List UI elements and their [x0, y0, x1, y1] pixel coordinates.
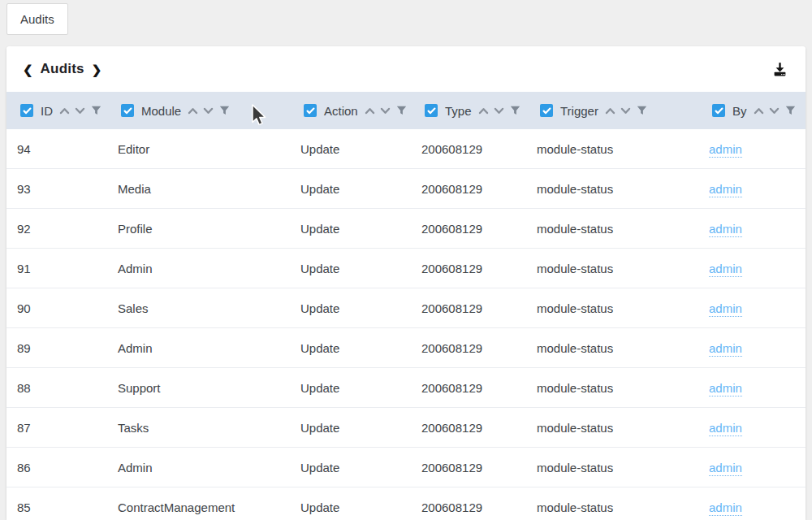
cell-type: 200608129 [411, 328, 526, 368]
sort-desc-icon[interactable] [769, 107, 780, 115]
filter-icon[interactable] [637, 106, 647, 115]
table-row: 87 Tasks Update 200608129 module-status … [6, 408, 806, 448]
cell-module: Media [107, 169, 290, 209]
column-header-id: ID [6, 92, 107, 129]
sort-asc-icon[interactable] [605, 107, 615, 115]
cell-id: 87 [6, 408, 107, 448]
sort-asc-icon[interactable] [754, 107, 764, 115]
cell-id: 91 [6, 249, 107, 288]
table-row: 90 Sales Update 200608129 module-status … [6, 288, 806, 328]
filter-icon[interactable] [396, 106, 407, 115]
column-label: ID [41, 104, 53, 118]
chevron-right-icon[interactable]: ❯ [92, 63, 102, 76]
cell-trigger: module-status [526, 448, 698, 488]
sort-desc-icon[interactable] [203, 107, 214, 115]
table-row: 88 Support Update 200608129 module-statu… [6, 368, 806, 408]
cell-by: admin [698, 288, 806, 328]
sort-asc-icon[interactable] [478, 107, 489, 115]
cell-id: 85 [6, 488, 107, 520]
column-label: Action [324, 104, 358, 118]
sort-asc-icon[interactable] [59, 107, 70, 115]
cell-by: admin [698, 408, 806, 448]
column-checkbox-checked-icon[interactable] [304, 104, 317, 117]
column-header-type: Type [411, 92, 526, 129]
table-row: 89 Admin Update 200608129 module-status … [6, 328, 806, 368]
by-link[interactable]: admin [709, 421, 742, 436]
cell-id: 92 [6, 209, 107, 249]
by-link[interactable]: admin [709, 301, 742, 317]
cell-type: 200608129 [411, 448, 526, 488]
cell-id: 90 [6, 288, 107, 328]
cell-trigger: module-status [526, 328, 698, 368]
cell-by: admin [698, 448, 806, 488]
cell-by: admin [698, 368, 806, 408]
column-checkbox-checked-icon[interactable] [712, 104, 725, 117]
filter-icon[interactable] [785, 106, 796, 115]
cell-by: admin [698, 328, 806, 368]
by-link[interactable]: admin [709, 262, 742, 277]
cell-action: Update [290, 209, 411, 249]
cell-module: Admin [107, 249, 290, 288]
cell-module: ContractManagement [107, 488, 290, 520]
filter-icon[interactable] [510, 106, 520, 115]
cell-trigger: module-status [526, 368, 698, 408]
cell-by: admin [698, 488, 806, 520]
column-label: Trigger [560, 104, 598, 118]
column-checkbox-checked-icon[interactable] [121, 104, 134, 117]
by-link[interactable]: admin [709, 381, 742, 396]
sort-asc-icon[interactable] [188, 107, 198, 115]
by-link[interactable]: admin [709, 341, 742, 357]
cell-module: Admin [107, 328, 290, 368]
audits-card: ❮ Audits ❯ ID [6, 46, 806, 520]
cell-type: 200608129 [411, 488, 526, 520]
cell-type: 200608129 [411, 129, 526, 169]
table-row: 85 ContractManagement Update 200608129 m… [6, 488, 806, 520]
by-link[interactable]: admin [709, 142, 742, 158]
cell-module: Editor [107, 129, 290, 169]
download-icon[interactable] [771, 60, 789, 79]
tab-audits[interactable]: Audits [6, 3, 68, 35]
table-row: 86 Admin Update 200608129 module-status … [6, 448, 806, 488]
chevron-left-icon[interactable]: ❮ [23, 63, 33, 76]
column-header-module: Module [107, 92, 290, 129]
sort-desc-icon[interactable] [620, 107, 631, 115]
column-checkbox-checked-icon[interactable] [540, 104, 553, 117]
sort-desc-icon[interactable] [75, 107, 85, 115]
column-header-by: By [698, 92, 806, 129]
cell-id: 89 [6, 328, 107, 368]
table-header: ID Module Action [6, 92, 806, 129]
cell-action: Update [290, 328, 411, 368]
sort-desc-icon[interactable] [494, 107, 504, 115]
header-row: ID Module Action [6, 92, 806, 129]
cell-type: 200608129 [411, 408, 526, 448]
table-row: 93 Media Update 200608129 module-status … [6, 169, 806, 209]
column-header-trigger: Trigger [526, 92, 698, 129]
cell-id: 93 [6, 169, 107, 209]
cell-module: Profile [107, 209, 290, 249]
filter-icon[interactable] [91, 106, 102, 115]
table-row: 91 Admin Update 200608129 module-status … [6, 249, 806, 288]
column-checkbox-checked-icon[interactable] [425, 104, 438, 117]
column-checkbox-checked-icon[interactable] [20, 104, 33, 117]
column-label: By [732, 104, 747, 118]
by-link[interactable]: admin [709, 182, 742, 197]
by-link[interactable]: admin [709, 500, 742, 516]
column-label: Module [141, 104, 181, 118]
cell-trigger: module-status [526, 209, 698, 249]
cell-action: Update [290, 288, 411, 328]
cell-action: Update [290, 249, 411, 288]
cell-by: admin [698, 249, 806, 288]
card-title: Audits [41, 61, 84, 77]
cell-id: 94 [6, 129, 107, 169]
filter-icon[interactable] [219, 106, 230, 115]
cell-type: 200608129 [411, 368, 526, 408]
sort-asc-icon[interactable] [365, 107, 375, 115]
by-link[interactable]: admin [709, 461, 742, 476]
by-link[interactable]: admin [709, 222, 742, 237]
cell-module: Admin [107, 448, 290, 488]
cell-by: admin [698, 169, 806, 209]
cell-type: 200608129 [411, 249, 526, 288]
column-header-action: Action [290, 92, 411, 129]
sort-desc-icon[interactable] [380, 107, 391, 115]
cell-module: Sales [107, 288, 290, 328]
